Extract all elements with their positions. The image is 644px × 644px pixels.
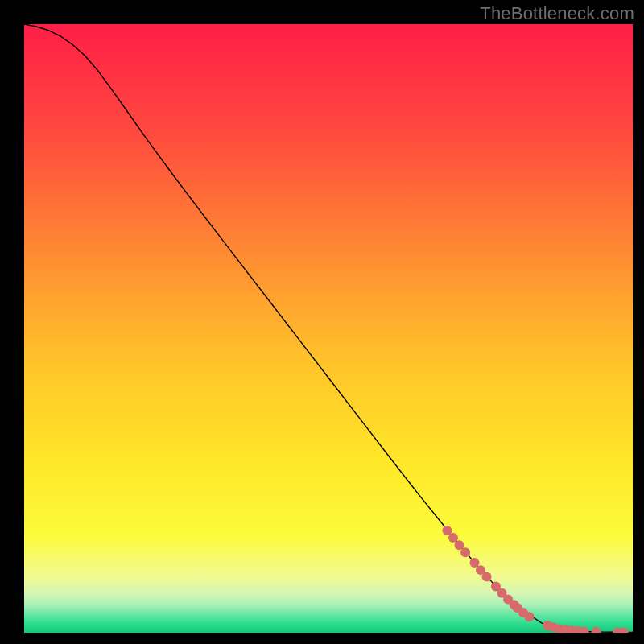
plot-area: [24, 24, 633, 633]
gradient-background: [24, 24, 633, 633]
data-marker: [460, 547, 470, 557]
chart-svg: [24, 24, 633, 633]
data-marker: [524, 612, 534, 621]
watermark-text: TheBottleneck.com: [480, 3, 634, 24]
data-marker: [482, 572, 492, 581]
chart-frame: TheBottleneck.com: [0, 0, 644, 644]
